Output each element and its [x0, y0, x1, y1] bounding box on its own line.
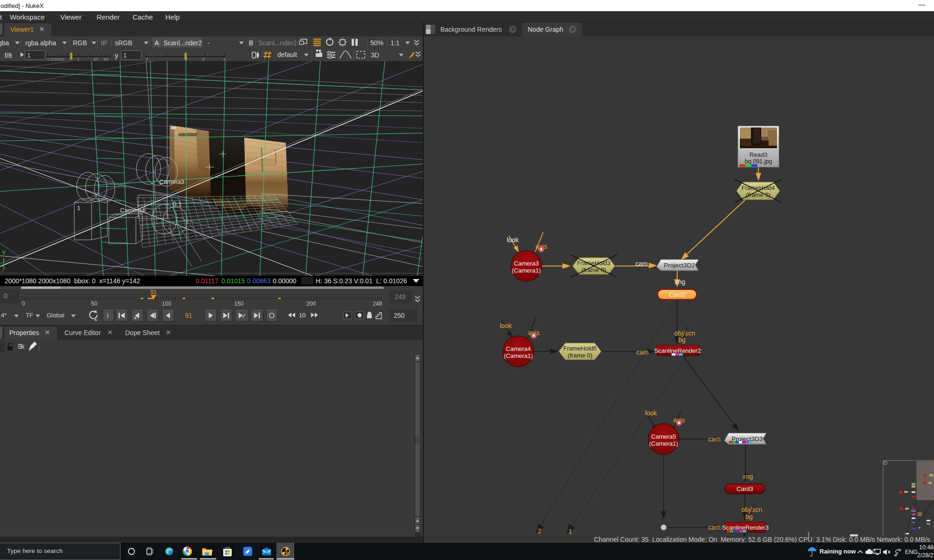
svg-text:ScanlineRender3: ScanlineRender3 [722, 524, 769, 531]
svg-text:bg: bg [745, 513, 753, 520]
svg-text:0.0156251: 0.0156251 [47, 57, 65, 61]
svg-text:0: 0 [146, 57, 148, 61]
svg-text:2: 2 [202, 57, 205, 61]
svg-text:200: 200 [306, 301, 316, 307]
svg-text:(frame 0): (frame 0) [581, 266, 606, 273]
svg-text:bg.091.jpg: bg.091.jpg [745, 158, 772, 165]
svg-text:FrameHold4: FrameHold4 [742, 184, 775, 191]
svg-text:1: 1 [77, 57, 79, 61]
svg-text:Camera3: Camera3 [514, 260, 538, 267]
svg-text:img: img [743, 473, 753, 480]
svg-text:Project3D2: Project3D2 [664, 262, 695, 269]
svg-text:50: 50 [91, 301, 98, 307]
svg-text:1: 1 [77, 204, 80, 211]
svg-text:249: 249 [373, 301, 382, 307]
svg-text:look: look [507, 236, 519, 244]
svg-text:150: 150 [234, 301, 243, 307]
svg-text:I: I [107, 312, 109, 319]
svg-text:0: 0 [22, 301, 25, 307]
svg-text:Y: Y [2, 249, 6, 256]
svg-text:Camera4: Camera4 [506, 345, 531, 352]
svg-text:(frame 0): (frame 0) [746, 191, 771, 198]
svg-text:Camera3: Camera3 [159, 178, 184, 185]
svg-text:(frame 0): (frame 0) [568, 352, 593, 359]
svg-text:look: look [645, 409, 658, 417]
svg-text:2: 2 [538, 527, 541, 535]
svg-text:img: img [675, 278, 686, 286]
svg-text:cam: cam [708, 435, 721, 443]
svg-text:cam: cam [708, 524, 721, 531]
svg-text:0.1: 0.1 [173, 200, 182, 208]
svg-text:3D: 3D [371, 51, 379, 59]
svg-text:91: 91 [150, 289, 157, 295]
svg-text:FrameHold5: FrameHold5 [563, 345, 597, 352]
svg-text:100: 100 [162, 301, 171, 307]
svg-text:1: 1 [185, 57, 187, 61]
svg-text:1: 1 [568, 528, 572, 535]
svg-text:Camera4: Camera4 [120, 207, 145, 214]
svg-text:cam: cam [636, 260, 648, 267]
svg-text:10: 10 [299, 312, 305, 319]
svg-text:Card2: Card2 [669, 291, 685, 298]
svg-text:FrameHold3: FrameHold3 [577, 259, 611, 266]
svg-text:(Camera1): (Camera1) [504, 352, 533, 359]
svg-text:10: 10 [93, 57, 98, 61]
svg-text:Read3: Read3 [750, 151, 767, 158]
svg-text:(Camera1): (Camera1) [512, 267, 541, 274]
svg-text:Camera5: Camera5 [651, 433, 676, 440]
svg-text:look: look [500, 322, 512, 329]
svg-text:4: 4 [223, 57, 226, 61]
svg-text:64: 64 [104, 57, 108, 61]
svg-text:(Camera1): (Camera1) [649, 440, 678, 447]
svg-text:default: default [277, 51, 297, 58]
svg-text:Card3: Card3 [736, 485, 753, 492]
svg-text:bg: bg [678, 336, 686, 343]
svg-text:cam: cam [637, 349, 649, 356]
svg-text:ScanlineRender2: ScanlineRender2 [654, 347, 701, 354]
